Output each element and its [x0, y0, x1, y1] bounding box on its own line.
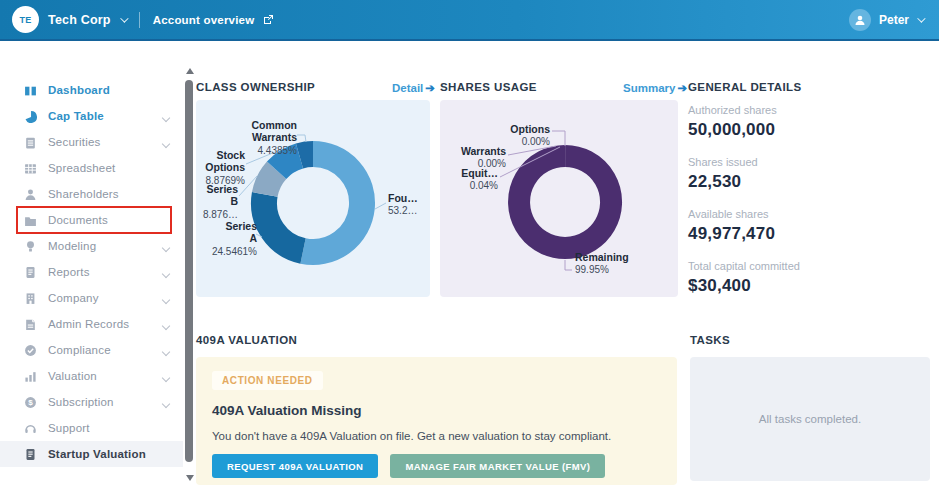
sidebar-item-reports[interactable]: Reports	[0, 259, 183, 285]
sidebar-item-label: Securities	[48, 136, 101, 148]
sidebar-item-label: Valuation	[48, 370, 97, 382]
sidebar-item-spreadsheet[interactable]: Spreadsheet	[0, 155, 183, 181]
tasks-empty-message: All tasks completed.	[759, 413, 861, 425]
external-link-icon[interactable]	[263, 14, 274, 25]
class-ownership-title: CLASS OWNERSHIP	[196, 81, 315, 93]
leader-line	[297, 135, 306, 142]
status-badge: ACTION NEEDED	[212, 371, 323, 390]
leader-line	[565, 260, 572, 270]
detail-label: Available shares	[688, 208, 933, 220]
detail-label: Shares issued	[688, 156, 933, 168]
sidebar-item-label: Support	[48, 422, 90, 434]
donut-label-remaining: Remaining99.95%	[575, 251, 629, 276]
detail-label: Authorized shares	[688, 104, 933, 116]
sidebar: DashboardCap TableSecuritiesSpreadsheetS…	[0, 42, 183, 485]
topbar: TE Tech Corp Account overview Peter	[0, 0, 939, 41]
sidebar-item-valuation[interactable]: Valuation	[0, 363, 183, 389]
detail-link[interactable]: Detail➔	[392, 81, 435, 95]
user-menu[interactable]: Peter	[849, 9, 923, 31]
request-409a-valuation-button[interactable]: REQUEST 409A VALUATION	[212, 454, 378, 478]
sidebar-item-dashboard[interactable]: Dashboard	[0, 77, 183, 103]
donut-segment-series-a[interactable]	[264, 194, 303, 251]
sidebar-item-cap-table[interactable]: Cap Table	[0, 103, 183, 129]
chevron-down-icon[interactable]	[163, 263, 169, 281]
modeling-icon	[24, 240, 37, 253]
sidebar-item-startup-valuation[interactable]: Startup Valuation	[0, 441, 183, 467]
company-icon	[24, 292, 37, 305]
scroll-down-arrow-icon[interactable]	[186, 475, 194, 481]
chevron-down-icon[interactable]	[163, 367, 169, 385]
donut-segment-stock-options[interactable]	[277, 156, 300, 170]
donut-label-stock-options: Stock Options8.8769%	[205, 149, 245, 187]
sidebar-item-label: Subscription	[48, 396, 114, 408]
chevron-down-icon[interactable]	[163, 133, 169, 151]
valuation-icon	[24, 370, 37, 383]
vertical-scrollbar[interactable]	[183, 42, 196, 485]
shares-usage-title: SHARES USAGE	[440, 81, 537, 93]
sidebar-item-support[interactable]: Support	[0, 415, 183, 441]
chevron-down-icon[interactable]	[120, 14, 128, 22]
detail-item: Authorized shares50,000,000	[688, 104, 933, 140]
summary-link[interactable]: Summary➔	[623, 81, 687, 95]
chevron-down-icon[interactable]	[163, 289, 169, 307]
securities-icon	[24, 136, 37, 149]
divider	[139, 12, 140, 28]
account-overview-link[interactable]: Account overview	[153, 14, 255, 26]
donut-segment-remaining[interactable]	[519, 156, 611, 248]
valuation-409a-card: ACTION NEEDED 409A Valuation Missing You…	[196, 357, 677, 485]
dashboard-icon	[24, 84, 37, 97]
detail-value: 49,977,470	[688, 224, 933, 244]
chevron-down-icon[interactable]	[163, 107, 169, 125]
donut-label-series-b: Series B8.876…	[203, 183, 238, 221]
sidebar-item-modeling[interactable]: Modeling	[0, 233, 183, 259]
scrollbar-thumb[interactable]	[185, 80, 193, 462]
chevron-down-icon[interactable]	[163, 341, 169, 359]
sidebar-item-compliance[interactable]: Compliance	[0, 337, 183, 363]
sidebar-item-company[interactable]: Company	[0, 285, 183, 311]
scroll-up-arrow-icon[interactable]	[186, 68, 194, 74]
donut-segment-series-b[interactable]	[265, 170, 277, 194]
general-details-title: GENERAL DETAILS	[688, 81, 802, 93]
subscription-icon: $	[24, 396, 37, 409]
sidebar-item-securities[interactable]: Securities	[0, 129, 183, 155]
chevron-down-icon[interactable]	[163, 315, 169, 333]
chevron-down-icon[interactable]	[163, 393, 169, 411]
sidebar-item-shareholders[interactable]: Shareholders	[0, 181, 183, 207]
sidebar-item-label: Modeling	[48, 240, 96, 252]
class-ownership-chart: Fou…53.2…Series A24.5461%Series B8.876…S…	[196, 100, 430, 297]
valuation-409a-title: 409A VALUATION	[196, 334, 297, 346]
reports-icon	[24, 266, 37, 279]
manage-fmv-button[interactable]: MANAGE FAIR MARKET VALUE (FMV)	[390, 454, 605, 478]
sidebar-item-label: Cap Table	[48, 110, 104, 122]
sidebar-item-documents[interactable]: Documents	[0, 207, 183, 233]
user-avatar-icon	[849, 9, 871, 31]
sidebar-item-label: Reports	[48, 266, 90, 278]
cap-table-icon	[24, 110, 37, 123]
sidebar-item-label: Admin Records	[48, 318, 129, 330]
shareholders-icon	[24, 188, 37, 201]
company-initials: TE	[19, 15, 31, 25]
sidebar-item-label: Company	[48, 292, 99, 304]
user-name: Peter	[879, 13, 909, 27]
support-icon	[24, 422, 37, 435]
sidebar-item-label: Compliance	[48, 344, 111, 356]
leader-line	[375, 203, 386, 209]
donut-label-series-a: Series A24.5461%	[212, 220, 257, 258]
detail-item: Shares issued22,530	[688, 156, 933, 192]
chevron-down-icon[interactable]	[163, 237, 169, 255]
donut-segment-founders[interactable]	[303, 154, 362, 252]
sidebar-item-label: Documents	[48, 214, 108, 226]
chevron-down-icon	[917, 14, 925, 22]
sidebar-item-subscription[interactable]: $Subscription	[0, 389, 183, 415]
donut-label-founders: Fou…53.2…	[388, 192, 418, 217]
donut-segment-common-warrants[interactable]	[300, 154, 313, 156]
compliance-icon	[24, 344, 37, 357]
documents-icon	[24, 214, 37, 227]
general-details-list: Authorized shares50,000,000Shares issued…	[688, 104, 933, 312]
sidebar-item-admin-records[interactable]: Admin Records	[0, 311, 183, 337]
detail-value: 22,530	[688, 172, 933, 192]
company-avatar[interactable]: TE	[12, 6, 39, 33]
svg-text:$: $	[28, 398, 33, 407]
detail-label: Total capital committed	[688, 260, 933, 272]
company-name[interactable]: Tech Corp	[48, 13, 111, 27]
